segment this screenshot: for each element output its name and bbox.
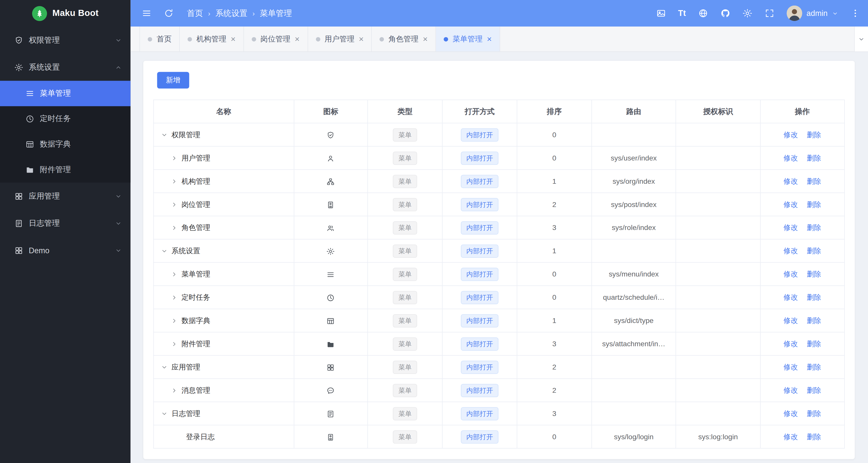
type-tag: 菜单 [393,197,417,211]
route-value: sys/dict/type [592,309,676,332]
sort-value: 2 [517,379,591,402]
delete-link[interactable]: 删除 [807,409,821,418]
expand-arrow-icon[interactable] [171,155,178,161]
sidebar-item-attachment-management[interactable]: 附件管理 [0,157,131,183]
type-tag: 菜单 [393,290,417,304]
settings-gear-icon[interactable] [742,8,752,18]
type-tag: 菜单 [393,128,417,142]
tab-dot [251,37,256,41]
font-size-icon[interactable]: Tt [678,8,686,18]
sidebar-item-scheduled-tasks[interactable]: 定时任务 [0,106,131,132]
sidebar-item-permission[interactable]: 权限管理 [0,27,131,54]
sidebar-item-data-dictionary[interactable]: 数据字典 [0,132,131,157]
table-header-row: 名称 图标 类型 打开方式 排序 路由 授权标识 操作 [153,100,844,123]
breadcrumb-system-settings[interactable]: 系统设置 [215,8,247,19]
expand-arrow-icon[interactable] [171,271,178,277]
tab-role-management[interactable]: 角色管理 × [372,27,436,51]
collapse-arrow-icon[interactable] [161,247,167,254]
tab-post-management[interactable]: 岗位管理 × [244,27,308,51]
type-tag: 菜单 [393,221,417,234]
expand-arrow-icon[interactable] [171,340,178,347]
edit-link[interactable]: 修改 [783,339,798,348]
expand-arrow-icon[interactable] [171,201,178,208]
tab-overflow-button[interactable] [854,27,868,51]
add-button[interactable]: 新增 [157,72,189,89]
close-icon[interactable]: × [423,35,428,43]
sort-value: 3 [517,332,591,355]
table-grid-icon [327,317,335,325]
close-icon[interactable]: × [487,35,492,43]
tab-user-management[interactable]: 用户管理 × [308,27,372,51]
close-icon[interactable]: × [231,35,236,43]
github-icon[interactable] [720,8,730,18]
user-menu[interactable]: admin [786,5,838,21]
delete-link[interactable]: 删除 [807,246,821,255]
delete-link[interactable]: 删除 [807,223,821,232]
delete-link[interactable]: 删除 [807,339,821,348]
expand-arrow-icon[interactable] [171,317,178,324]
sort-value: 1 [517,169,591,193]
expand-arrow-icon[interactable] [171,294,178,301]
edit-link[interactable]: 修改 [783,432,798,440]
sidebar-item-log-management[interactable]: 日志管理 [0,210,131,237]
delete-link[interactable]: 删除 [807,386,821,394]
open-mode-tag: 内部打开 [461,383,498,397]
sidebar-item-demo[interactable]: Demo [0,237,131,264]
sort-value: 1 [517,239,591,263]
edit-link[interactable]: 修改 [783,153,798,162]
breadcrumb-home[interactable]: 首页 [187,8,203,19]
edit-link[interactable]: 修改 [783,293,798,301]
header-actions: Tt admin [656,5,860,21]
delete-link[interactable]: 删除 [807,432,821,440]
sidebar-item-menu-management[interactable]: 菜单管理 [0,81,131,106]
sidebar-item-app-management[interactable]: 应用管理 [0,183,131,210]
sidebar-item-label: 系统设置 [29,62,60,72]
collapse-sidebar-icon[interactable] [142,8,151,18]
tab-org-management[interactable]: 机构管理 × [180,27,244,51]
edit-link[interactable]: 修改 [783,363,798,371]
sidebar: Maku Boot 权限管理 系统设置 菜单管理 定时任务 [0,0,131,463]
expand-arrow-icon[interactable] [171,387,178,394]
type-tag: 菜单 [393,175,417,188]
auth-value [676,379,760,402]
globe-icon[interactable] [698,8,708,18]
expand-arrow-icon[interactable] [171,224,178,231]
delete-link[interactable]: 删除 [807,153,821,162]
main-content: 新增 名称 图标 类型 打开方式 排序 路由 [131,52,868,463]
expand-arrow-icon[interactable] [171,178,178,185]
close-icon[interactable]: × [359,35,364,43]
edit-link[interactable]: 修改 [783,246,798,255]
edit-link[interactable]: 修改 [783,130,798,138]
route-value: sys/user/index [592,146,676,169]
collapse-arrow-icon[interactable] [161,364,167,370]
edit-link[interactable]: 修改 [783,270,798,278]
delete-link[interactable]: 删除 [807,130,821,138]
collapse-arrow-icon[interactable] [161,410,167,417]
close-icon[interactable]: × [295,35,300,43]
image-icon[interactable] [656,8,666,18]
refresh-icon[interactable] [164,8,174,18]
tab-dot [188,37,192,41]
edit-link[interactable]: 修改 [783,386,798,394]
more-vertical-icon[interactable] [850,8,860,18]
tab-menu-management[interactable]: 菜单管理 × [436,27,500,51]
delete-link[interactable]: 删除 [807,270,821,278]
edit-link[interactable]: 修改 [783,223,798,232]
edit-link[interactable]: 修改 [783,200,798,208]
sort-value: 0 [517,146,591,169]
collapse-arrow-icon[interactable] [161,131,167,138]
delete-link[interactable]: 删除 [807,316,821,325]
tab-home[interactable]: 首页 [140,27,180,51]
delete-link[interactable]: 删除 [807,200,821,208]
delete-link[interactable]: 删除 [807,293,821,301]
fullscreen-icon[interactable] [764,8,774,18]
edit-link[interactable]: 修改 [783,177,798,185]
sort-value: 1 [517,309,591,332]
breadcrumb-menu-management[interactable]: 菜单管理 [260,8,292,19]
edit-link[interactable]: 修改 [783,409,798,418]
sidebar-item-system-settings[interactable]: 系统设置 [0,54,131,81]
edit-link[interactable]: 修改 [783,316,798,325]
delete-link[interactable]: 删除 [807,363,821,371]
delete-link[interactable]: 删除 [807,177,821,185]
folder-icon [26,165,34,174]
